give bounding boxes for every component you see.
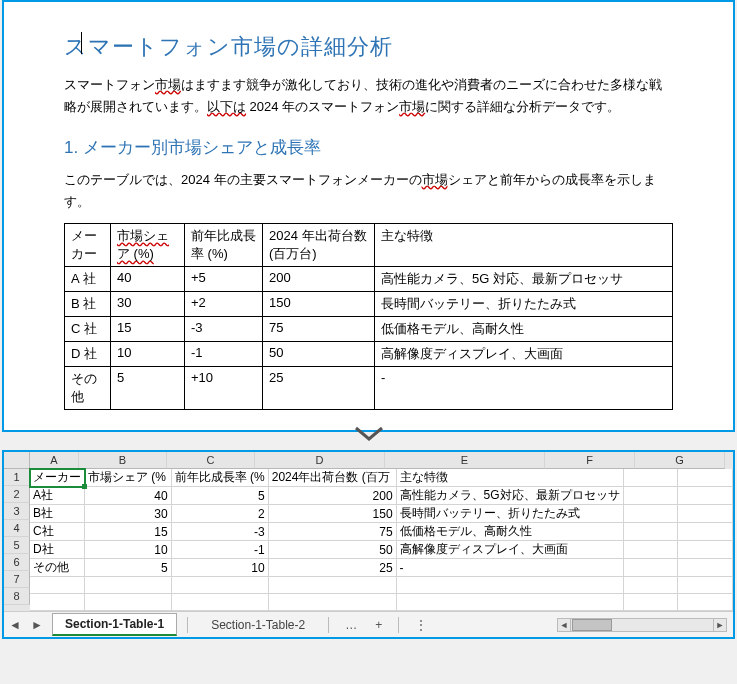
row-header[interactable]: 8 (4, 588, 30, 605)
cell-feature[interactable]: 長時間バッテリー、折りたたみ式 (375, 292, 673, 317)
cell[interactable] (268, 577, 396, 594)
cell[interactable]: 低価格モデル、高耐久性 (396, 523, 623, 541)
cell[interactable] (623, 505, 678, 523)
cell-ship[interactable]: 50 (263, 342, 375, 367)
cell[interactable]: 高性能カメラ、5G対応、最新プロセッサ (396, 487, 623, 505)
cell-growth[interactable]: -3 (185, 317, 263, 342)
cell[interactable]: 2 (171, 505, 268, 523)
cell[interactable]: 10 (85, 541, 172, 559)
cell[interactable]: 10 (171, 559, 268, 577)
cell[interactable]: 50 (268, 541, 396, 559)
cell-ship[interactable]: 75 (263, 317, 375, 342)
cell[interactable] (623, 541, 678, 559)
cell[interactable] (171, 594, 268, 611)
cell-feature[interactable]: - (375, 367, 673, 410)
cell-maker[interactable]: C 社 (65, 317, 111, 342)
cell[interactable]: 25 (268, 559, 396, 577)
tab-section1-table2[interactable]: Section-1-Table-2 (198, 614, 318, 635)
th-growth[interactable]: 前年比成長率 (%) (185, 224, 263, 267)
cell[interactable] (623, 523, 678, 541)
cell[interactable]: 30 (85, 505, 172, 523)
cell-share[interactable]: 30 (111, 292, 185, 317)
cell[interactable]: A社 (30, 487, 85, 505)
cell-maker[interactable]: A 社 (65, 267, 111, 292)
row-header[interactable]: 1 (4, 469, 30, 486)
cell-feature[interactable]: 低価格モデル、高耐久性 (375, 317, 673, 342)
cell[interactable]: 5 (85, 559, 172, 577)
cell[interactable] (268, 594, 396, 611)
cell-growth[interactable]: +2 (185, 292, 263, 317)
cell[interactable] (678, 541, 733, 559)
cell[interactable] (678, 559, 733, 577)
scroll-left-icon[interactable]: ◄ (558, 619, 571, 631)
select-all-corner[interactable] (4, 452, 30, 469)
cell-share[interactable]: 10 (111, 342, 185, 367)
cell[interactable]: C社 (30, 523, 85, 541)
cell[interactable] (678, 577, 733, 594)
cell[interactable]: - (396, 559, 623, 577)
row-header[interactable]: 3 (4, 503, 30, 520)
cell-growth[interactable]: +5 (185, 267, 263, 292)
cell[interactable] (623, 469, 678, 487)
cell[interactable]: 高解像度ディスプレイ、大画面 (396, 541, 623, 559)
cell-growth[interactable]: -1 (185, 342, 263, 367)
tab-more-button[interactable]: … (339, 618, 363, 632)
spreadsheet-grid[interactable]: メーカー 市場シェア (% 前年比成長率 (% 2024年出荷台数 (百万 主な… (30, 469, 733, 611)
section1-paragraph[interactable]: このテーブルでは、2024 年の主要スマートフォンメーカーの市場シェアと前年から… (64, 169, 673, 213)
cell[interactable] (85, 577, 172, 594)
cell-share[interactable]: 5 (111, 367, 185, 410)
tab-section1-table1[interactable]: Section-1-Table-1 (52, 613, 177, 636)
cell-share[interactable]: 40 (111, 267, 185, 292)
cell-feature[interactable]: 高解像度ディスプレイ、大画面 (375, 342, 673, 367)
col-header[interactable]: D (255, 452, 385, 469)
cell-feature[interactable]: 高性能カメラ、5G 対応、最新プロセッサ (375, 267, 673, 292)
cell-D1[interactable]: 2024年出荷台数 (百万 (268, 469, 396, 487)
th-feature[interactable]: 主な特徴 (375, 224, 673, 267)
cell-A1[interactable]: メーカー (30, 469, 85, 487)
cell[interactable] (171, 577, 268, 594)
cell[interactable]: -3 (171, 523, 268, 541)
tab-scroll-left-button[interactable]: ◄ (4, 618, 26, 632)
scroll-right-icon[interactable]: ► (713, 619, 726, 631)
cell[interactable] (678, 505, 733, 523)
tab-scroll-right-button[interactable]: ► (26, 618, 48, 632)
cell-maker[interactable]: その他 (65, 367, 111, 410)
cell[interactable] (623, 487, 678, 505)
col-header[interactable]: B (79, 452, 167, 469)
cell[interactable] (30, 577, 85, 594)
cell[interactable] (678, 469, 733, 487)
cell[interactable]: 75 (268, 523, 396, 541)
cell-ship[interactable]: 25 (263, 367, 375, 410)
cell[interactable] (623, 594, 678, 611)
cell-E1[interactable]: 主な特徴 (396, 469, 623, 487)
th-ship[interactable]: 2024 年出荷台数 (百万台) (263, 224, 375, 267)
row-header[interactable]: 5 (4, 537, 30, 554)
cell[interactable] (678, 523, 733, 541)
cell-ship[interactable]: 150 (263, 292, 375, 317)
cell[interactable]: 15 (85, 523, 172, 541)
cell-maker[interactable]: B 社 (65, 292, 111, 317)
cell[interactable]: 40 (85, 487, 172, 505)
col-header[interactable]: C (167, 452, 255, 469)
scroll-thumb[interactable] (572, 619, 612, 631)
cell[interactable]: B社 (30, 505, 85, 523)
th-maker[interactable]: メーカー (65, 224, 111, 267)
cell-C1[interactable]: 前年比成長率 (% (171, 469, 268, 487)
cell[interactable] (623, 577, 678, 594)
tab-menu-button[interactable]: ⋮ (409, 618, 433, 632)
cell[interactable]: 長時間バッテリー、折りたたみ式 (396, 505, 623, 523)
cell-ship[interactable]: 200 (263, 267, 375, 292)
cell[interactable]: -1 (171, 541, 268, 559)
col-header[interactable]: G (635, 452, 725, 469)
intro-paragraph[interactable]: スマートフォン市場はますます競争が激化しており、技術の進化や消費者のニーズに合わ… (64, 74, 673, 118)
cell[interactable] (30, 594, 85, 611)
horizontal-scrollbar[interactable]: ◄ ► (557, 618, 727, 632)
doc-table[interactable]: メーカー 市場シェア (%) 前年比成長率 (%) 2024 年出荷台数 (百万… (64, 223, 673, 410)
th-share[interactable]: 市場シェア (%) (111, 224, 185, 267)
tab-add-button[interactable]: + (369, 618, 388, 632)
cell-maker[interactable]: D 社 (65, 342, 111, 367)
cell[interactable]: その他 (30, 559, 85, 577)
cell[interactable]: 200 (268, 487, 396, 505)
cell[interactable] (396, 577, 623, 594)
cell[interactable]: 5 (171, 487, 268, 505)
